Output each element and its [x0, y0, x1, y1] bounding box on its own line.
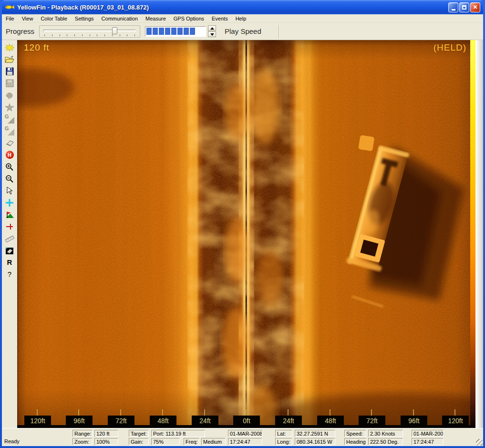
play-speed-spinner: [208, 25, 216, 37]
minimize-button[interactable]: [448, 2, 458, 12]
status-target-value: Port: 113.19 ft: [151, 430, 205, 437]
sonar-display[interactable]: 120 ft (HELD) 120ft 96ft 72ft 48ft 24ft …: [17, 40, 470, 428]
progress-slider[interactable]: [39, 25, 140, 38]
yellowfin-logo-icon[interactable]: [3, 42, 16, 53]
eraser-icon[interactable]: [3, 137, 16, 149]
status-range-value: 120 ft: [94, 430, 118, 437]
sonar-image: [17, 40, 470, 428]
menu-view[interactable]: View: [18, 15, 37, 22]
maximize-icon: [462, 5, 466, 10]
scale-label: 48ft: [150, 416, 176, 426]
geo-triangle-alt-icon[interactable]: G: [3, 125, 16, 137]
menu-color-table[interactable]: Color Table: [37, 15, 71, 22]
scale-tick: [413, 409, 414, 416]
slider-ticks: [44, 34, 135, 36]
close-icon: ✕: [473, 4, 477, 10]
save-image-icon[interactable]: [3, 77, 16, 89]
menu-help[interactable]: Help: [232, 15, 250, 22]
arrow-down-icon: [210, 33, 214, 36]
help-icon[interactable]: ?: [3, 268, 16, 280]
star-marker-icon[interactable]: [3, 101, 16, 113]
status-gain-label: Gain:: [129, 438, 149, 445]
status-date-2: 01-MAR-2008: [412, 430, 444, 437]
scale-tick: [371, 409, 372, 416]
scale-tick: [288, 409, 289, 416]
status-date-1: 01-MAR-2008: [228, 430, 262, 437]
pointer-icon[interactable]: [3, 185, 16, 197]
scale-label: 24ft: [275, 416, 302, 426]
resize-grip[interactable]: [476, 439, 483, 446]
slider-thumb[interactable]: [112, 27, 117, 34]
status-time-1: 17:24:47: [228, 438, 262, 445]
scale-label: 72ft: [108, 416, 134, 426]
menu-settings[interactable]: Settings: [71, 15, 98, 22]
status-heading-label: Heading:: [344, 438, 366, 445]
zoom-out-icon[interactable]: [3, 173, 16, 185]
open-file-icon[interactable]: [3, 53, 16, 65]
scale-tick: [246, 409, 247, 416]
record-icon[interactable]: R: [3, 256, 16, 268]
clear-screen-icon[interactable]: [3, 244, 16, 256]
triangle-icon: [8, 129, 14, 135]
side-toolbar: G G H: [2, 40, 17, 428]
app-fish-icon: [5, 4, 14, 10]
play-speed-label: Play Speed: [225, 27, 261, 35]
fish-marker-icon[interactable]: [3, 89, 16, 101]
range-overlay-label: 120 ft: [24, 42, 50, 53]
hold-icon[interactable]: H: [3, 149, 16, 161]
geo-triangle-icon[interactable]: G: [3, 113, 16, 125]
scale-tick: [162, 409, 163, 416]
record-letter: R: [7, 259, 12, 266]
status-speed-label: Speed:: [344, 430, 366, 437]
status-freq-value: Medium: [201, 438, 226, 445]
menu-measure[interactable]: Measure: [142, 15, 170, 22]
status-speed-value: 2.30 Knots: [368, 430, 403, 437]
scale-label: 120ft: [442, 416, 469, 426]
menu-file[interactable]: File: [2, 15, 18, 22]
playback-toolbar: Progress Play Speed: [2, 23, 483, 40]
save-icon[interactable]: [3, 65, 16, 77]
speed-up-button[interactable]: [208, 25, 216, 31]
help-glyph: ?: [8, 271, 11, 278]
status-gain-value: 75%: [151, 438, 180, 445]
measure-marker-icon[interactable]: [3, 220, 16, 232]
toolbar-separator: [279, 25, 279, 38]
menu-communication[interactable]: Communication: [98, 15, 142, 22]
maximize-button[interactable]: [459, 2, 469, 12]
status-zoom-label: Zoom:: [72, 438, 93, 445]
status-long-value: 080.34.1615 W: [295, 438, 335, 445]
window-title: YellowFin - Playback (R00017_03_01_08.87…: [17, 4, 448, 11]
scale-tick: [330, 409, 330, 416]
flag-marker-icon[interactable]: [3, 208, 16, 220]
close-button[interactable]: ✕: [470, 2, 480, 12]
scale-tick: [120, 409, 121, 416]
scale-label: 120ft: [24, 416, 51, 426]
crosshair-icon[interactable]: [3, 197, 16, 208]
play-speed-bar: [145, 26, 206, 37]
status-heading-value: 222.50 Deg.: [368, 438, 403, 445]
status-zoom-value: 100%: [94, 438, 118, 445]
status-lat-value: 32.27.2591 N: [295, 430, 335, 437]
menu-gps-options[interactable]: GPS Options: [170, 15, 208, 22]
scale-label: 0ft: [233, 416, 260, 426]
progress-label: Progress: [6, 27, 34, 35]
right-gutter: [475, 40, 483, 428]
status-ready: Ready: [2, 438, 69, 445]
status-freq-label: Freq:: [184, 438, 199, 445]
menu-bar: File View Color Table Settings Communica…: [2, 14, 483, 23]
scale-label: 96ft: [401, 416, 427, 426]
ruler-icon[interactable]: [3, 232, 16, 244]
scale-label: 72ft: [359, 416, 385, 426]
arrow-up-icon: [210, 27, 214, 30]
status-target-label: Target:: [129, 430, 149, 437]
minimize-icon: [452, 9, 455, 10]
app-window: YellowFin - Playback (R00017_03_01_08.87…: [0, 0, 485, 448]
menu-events[interactable]: Events: [208, 15, 232, 22]
scale-label: 24ft: [192, 416, 218, 426]
zoom-in-icon[interactable]: [3, 161, 16, 173]
speed-down-button[interactable]: [208, 31, 216, 37]
status-long-label: Long:: [275, 438, 292, 445]
scale-label: 48ft: [317, 416, 344, 426]
status-bar: Range: 120 ft Target: Port: 113.19 ft 01…: [2, 428, 483, 446]
title-bar: YellowFin - Playback (R00017_03_01_08.87…: [2, 0, 483, 14]
